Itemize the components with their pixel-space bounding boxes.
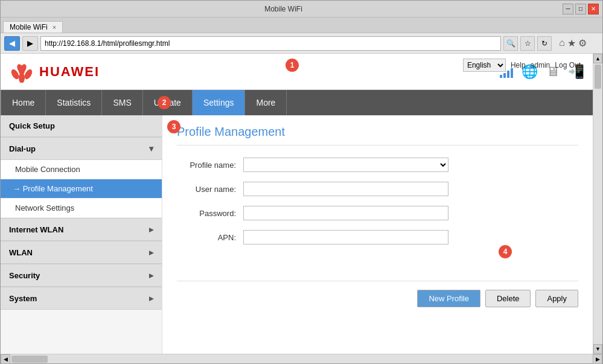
scrollbar-down-button[interactable]: ▼ [593,344,602,354]
browser-window: Mobile WiFi ─ □ ✕ Mobile WiFi × ◀ ▶ 🔍 [0,0,603,364]
language-select[interactable]: English Chinese [463,59,506,72]
scrollbar-up-button[interactable]: ▲ [593,54,602,63]
sidebar-header-wlan[interactable]: WLAN ▸ [1,241,162,264]
nav-item-more[interactable]: More [245,90,287,115]
scrollbar-left-button[interactable]: ◀ [1,354,10,364]
maximize-icon: □ [579,5,582,12]
scrollbar-thumb[interactable] [595,65,601,89]
page-title: Profile Management [177,125,578,145]
maximize-button[interactable]: □ [575,4,586,14]
apply-button[interactable]: Apply [535,290,578,307]
apn-input[interactable] [243,230,448,244]
internet-wlan-chevron: ▸ [149,225,153,234]
brand-name: HUAWEI [39,64,100,80]
huawei-logo-icon [9,61,34,83]
button-row: 4 New Profile Delete Apply [177,281,578,307]
refresh-button[interactable]: ↻ [537,36,552,51]
home-icon[interactable]: ⌂ [559,37,565,49]
sidebar-section-security: Security ▸ [1,264,162,287]
sidebar-item-network-settings[interactable]: Network Settings [1,199,162,218]
new-profile-button[interactable]: New Profile [417,290,480,307]
tab-bar: Mobile WiFi × [1,18,602,33]
admin-label: admin [531,61,550,69]
nav-bar: Home Statistics SMS Update Settings More [1,90,593,115]
profile-form: Profile name: User name: Password: [177,158,578,244]
huawei-logo: HUAWEI [9,61,100,83]
tab-close-icon[interactable]: × [53,24,56,31]
help-link[interactable]: Help [511,61,526,69]
scrollbar-h-thumb[interactable] [11,356,48,363]
nav-item-statistics[interactable]: Statistics [46,90,102,115]
search-button[interactable]: 🔍 [503,36,518,51]
sidebar-section-system: System ▸ [1,287,162,310]
security-chevron: ▸ [149,270,153,280]
tab-title: Mobile WiFi [10,23,48,31]
form-row-password: Password: [177,206,578,220]
annotation-2: 2 [158,96,171,109]
scrollbar-bottom: ◀ ▶ [1,354,602,363]
form-row-profile-name: Profile name: [177,158,578,172]
form-row-user-name: User name: [177,182,578,196]
sidebar-header-system[interactable]: System ▸ [1,287,162,310]
password-input[interactable] [243,206,448,220]
nav-item-settings[interactable]: Settings [193,90,246,115]
user-name-label: User name: [177,185,243,194]
nav-item-sms[interactable]: SMS [102,90,142,115]
annotation-1: 1 [286,59,299,72]
close-icon: ✕ [591,5,596,12]
profile-name-select[interactable] [243,158,448,172]
sidebar-item-profile-management[interactable]: → Profile Management [1,179,162,199]
browser-tab[interactable]: Mobile WiFi × [3,21,63,33]
sidebar-header-security[interactable]: Security ▸ [1,264,162,287]
sidebar-header-quick-setup[interactable]: Quick Setup [1,115,162,137]
sidebar-section-internet-wlan: Internet WLAN ▸ [1,218,162,241]
annotation-3: 3 [167,120,180,133]
logout-link[interactable]: Log Out [555,61,581,69]
nav-item-home[interactable]: Home [1,90,46,115]
minimize-button[interactable]: ─ [563,4,573,14]
sidebar: Quick Setup Dial-up ▾ Mobile Connection [1,115,162,354]
bookmark-button[interactable]: ☆ [520,36,535,51]
top-right-controls: English Chinese Help admin Log Out [463,59,581,72]
user-name-input[interactable] [243,182,448,196]
dial-up-chevron: ▾ [149,144,153,153]
apn-label: APN: [177,233,243,242]
window-title: Mobile WiFi [4,5,563,13]
wlan-chevron: ▸ [149,247,153,257]
system-chevron: ▸ [149,293,153,303]
sidebar-section-quick-setup: Quick Setup [1,115,162,137]
sidebar-item-mobile-connection[interactable]: Mobile Connection [1,160,162,179]
profile-name-label: Profile name: [177,161,243,170]
back-button[interactable]: ◀ [4,36,20,51]
annotation-4: 4 [499,245,512,258]
huawei-header: HUAWEI 🌐 🖥 📲 [1,54,593,90]
delete-button[interactable]: Delete [485,290,531,307]
forward-icon: ▶ [27,39,33,48]
back-icon: ◀ [9,39,15,48]
favorites-icon[interactable]: ★ [567,37,576,49]
minimize-icon: ─ [566,5,570,12]
svg-point-4 [19,72,25,83]
form-row-apn: APN: [177,230,578,244]
address-bar: ◀ ▶ 🔍 ☆ ↻ ⌂ ★ ⚙ [1,33,602,54]
settings-icon[interactable]: ⚙ [578,37,587,49]
close-button[interactable]: ✕ [588,4,599,14]
scrollbar-right-button[interactable]: ▶ [593,354,602,364]
sidebar-section-wlan: WLAN ▸ [1,241,162,264]
forward-button[interactable]: ▶ [22,36,38,51]
url-input[interactable] [40,36,501,51]
sidebar-header-dial-up[interactable]: Dial-up ▾ [1,137,162,160]
main-content: 3 Profile Management Profile name: User … [162,115,593,354]
password-label: Password: [177,209,243,218]
title-bar: Mobile WiFi ─ □ ✕ [1,1,602,18]
sidebar-header-internet-wlan[interactable]: Internet WLAN ▸ [1,218,162,241]
sidebar-section-dial-up: Dial-up ▾ Mobile Connection → Profile Ma… [1,137,162,218]
scrollbar-right: ▲ ▼ [593,54,602,354]
